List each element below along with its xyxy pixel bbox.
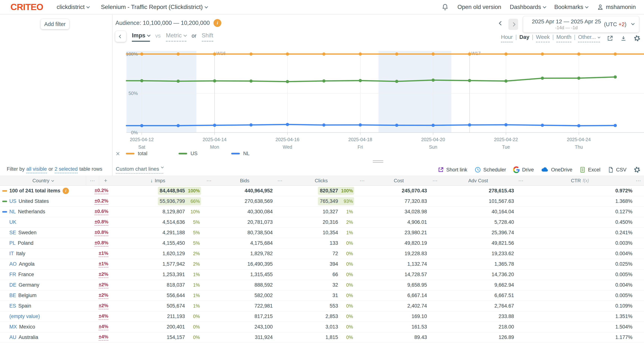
- margin-of-error[interactable]: ±4%: [98, 313, 108, 320]
- margin-of-error[interactable]: ±0.8%: [94, 229, 108, 236]
- table-row[interactable]: AOAngola±1%1,577,9422%16,490,3953940%1,1…: [0, 259, 644, 269]
- margin-of-error[interactable]: ±2%: [98, 271, 108, 278]
- download-chart-icon[interactable]: [620, 35, 627, 42]
- audience-info-icon[interactable]: i: [214, 19, 221, 27]
- table-row[interactable]: SESweden±0.8%4,291,1885%80,738,50410,354…: [0, 227, 644, 238]
- margin-of-error[interactable]: ±1%: [98, 261, 108, 267]
- table-row[interactable]: UK±0.8%4,514,6365%20,781,07320,3162%4,90…: [0, 217, 644, 227]
- filter-selected-link[interactable]: 2 selected: [55, 166, 78, 173]
- table-row[interactable]: DEGermany±2%818,0371%888,592320%9,658.95…: [0, 280, 644, 290]
- table-row[interactable]: FRFrance±2%1,253,3911%1,315,455660%14,72…: [0, 269, 644, 280]
- table-row[interactable]: PLPoland±0.8%4,155,4505%4,175,6841330%49…: [0, 238, 644, 248]
- granularity-week[interactable]: Week: [536, 34, 550, 43]
- add-column-button[interactable]: +: [99, 176, 112, 185]
- country-column-menu[interactable]: ⋯: [86, 176, 99, 185]
- shift-select[interactable]: Shift: [202, 32, 213, 42]
- table-row[interactable]: AUAustralia±4%154,1570%311,9241,8150%89.…: [0, 332, 644, 342]
- chart-settings-gear-icon[interactable]: [634, 35, 641, 42]
- country-code-link[interactable]: US: [9, 198, 16, 204]
- granularity-hour[interactable]: Hour: [501, 34, 513, 43]
- table-row[interactable]: 100 of 241 total itemsi±0.2%84,448,94510…: [0, 185, 644, 196]
- margin-of-error[interactable]: ±1%: [98, 250, 108, 257]
- column-header-adv-cost[interactable]: Adv Cost: [441, 176, 516, 185]
- country-code-link[interactable]: AO: [9, 261, 16, 267]
- legend-item-us[interactable]: US: [178, 151, 231, 156]
- table-row[interactable]: ITItaly±1%1,620,1292%1,829,782720%19,228…: [0, 248, 644, 259]
- account-selector[interactable]: clickdistrict: [56, 4, 89, 11]
- legend-item-nl[interactable]: NL: [231, 151, 284, 156]
- date-next-button[interactable]: [508, 19, 518, 30]
- legend-item-total[interactable]: total: [126, 151, 178, 156]
- country-code-link[interactable]: IT: [9, 251, 14, 256]
- date-range-picker[interactable]: 2025 Apr 12 — 2025 Apr 25 -14d — -1d (UT…: [523, 16, 639, 33]
- cost-column-menu[interactable]: ⋯: [430, 176, 441, 185]
- google-drive-button[interactable]: Drive: [513, 166, 534, 173]
- table-row[interactable]: USUnited States±0.2%55,936,79966%270,638…: [0, 196, 644, 206]
- bids-column-menu[interactable]: ⋯: [274, 176, 286, 185]
- chart-resize-handle[interactable]: [373, 160, 383, 164]
- table-row[interactable]: (empty value)±4%211,1930%817,2152,8530%1…: [0, 311, 644, 321]
- granularity-other[interactable]: Other...: [578, 34, 600, 43]
- legend-close-icon[interactable]: [116, 151, 126, 156]
- country-code-link[interactable]: (empty value): [9, 313, 40, 319]
- table-row[interactable]: MXMexico±4%200,4010%243,1003,0130%161.53…: [0, 321, 644, 332]
- granularity-day[interactable]: Day: [520, 34, 529, 40]
- open-in-new-icon[interactable]: [607, 35, 613, 42]
- column-header-imps[interactable]: ↓ Imps: [112, 176, 204, 185]
- margin-of-error[interactable]: ±4%: [98, 334, 108, 341]
- margin-of-error[interactable]: ±0.2%: [94, 198, 108, 205]
- column-header-ctr[interactable]: CTRf(x): [527, 176, 633, 185]
- country-code-link[interactable]: NL: [9, 209, 16, 215]
- country-code-link[interactable]: ES: [9, 303, 16, 309]
- column-header-bids[interactable]: Bids: [215, 176, 274, 185]
- margin-of-error[interactable]: ±0.8%: [94, 240, 108, 247]
- date-prev-button[interactable]: [500, 22, 502, 26]
- total-info-icon[interactable]: i: [62, 188, 69, 194]
- criteo-logo[interactable]: CRITEO: [10, 2, 43, 12]
- table-row[interactable]: BEBelgium±2%556,6441%582,002310%6,667.14…: [0, 290, 644, 301]
- table-row[interactable]: ESSpain±2%505,6741%722,9815530%2,402.742…: [0, 301, 644, 311]
- add-filter-button[interactable]: Add filter: [41, 19, 69, 29]
- country-code-link[interactable]: MX: [9, 324, 17, 330]
- margin-of-error[interactable]: ±0.2%: [94, 188, 108, 194]
- margin-of-error[interactable]: ±2%: [98, 303, 108, 309]
- filter-all-visible-link[interactable]: all visible: [26, 166, 47, 173]
- column-header-clicks[interactable]: Clicks: [286, 176, 357, 185]
- column-header-cost[interactable]: Cost: [368, 176, 430, 185]
- country-code-link[interactable]: PL: [9, 240, 16, 246]
- granularity-month[interactable]: Month: [556, 34, 572, 43]
- bookmarks-menu[interactable]: Bookmarks: [554, 4, 588, 11]
- open-old-version-link[interactable]: Open old version: [458, 4, 501, 11]
- chart-collapse-button[interactable]: [115, 31, 126, 42]
- country-code-link[interactable]: FR: [9, 272, 16, 277]
- country-code-link[interactable]: DE: [9, 282, 16, 288]
- country-code-link[interactable]: UK: [9, 219, 16, 225]
- primary-metric-select[interactable]: Imps: [132, 32, 150, 42]
- margin-of-error[interactable]: ±2%: [98, 282, 108, 288]
- onedrive-button[interactable]: OneDrive: [541, 166, 572, 174]
- imps-column-menu[interactable]: ⋯: [204, 176, 215, 185]
- dashboards-menu[interactable]: Dashboards: [510, 4, 546, 11]
- user-menu[interactable]: mshamonin: [596, 3, 636, 11]
- margin-of-error[interactable]: ±0.8%: [94, 219, 108, 226]
- table-settings-gear-icon[interactable]: [634, 166, 641, 173]
- scheduler-button[interactable]: Scheduler: [474, 166, 506, 173]
- excel-export-button[interactable]: Excel: [580, 167, 600, 173]
- country-code-link[interactable]: BE: [9, 292, 16, 298]
- margin-of-error[interactable]: ±0.6%: [94, 208, 108, 215]
- clicks-column-menu[interactable]: ⋯: [357, 176, 368, 185]
- short-link-button[interactable]: Short link: [438, 167, 467, 173]
- country-code-link[interactable]: SE: [9, 230, 16, 236]
- country-code-link[interactable]: AU: [9, 334, 16, 340]
- custom-chart-lines-select[interactable]: Custom chart lines: [116, 166, 163, 174]
- column-header-country[interactable]: Country: [0, 176, 86, 185]
- compare-metric-select[interactable]: Metric: [166, 32, 186, 42]
- margin-of-error[interactable]: ±2%: [98, 292, 108, 299]
- margin-of-error[interactable]: ±4%: [98, 324, 108, 330]
- report-title-selector[interactable]: Selenium - Traffic Report (Clickdistrict…: [101, 4, 207, 11]
- ctr-column-menu[interactable]: ⋯: [633, 176, 644, 185]
- notifications-bell-icon[interactable]: [441, 3, 449, 11]
- csv-export-button[interactable]: CSV: [608, 167, 626, 173]
- table-row[interactable]: NLNetherlands±0.6%8,129,80710%40,300,084…: [0, 206, 644, 217]
- adv-cost-column-menu[interactable]: ⋯: [516, 176, 527, 185]
